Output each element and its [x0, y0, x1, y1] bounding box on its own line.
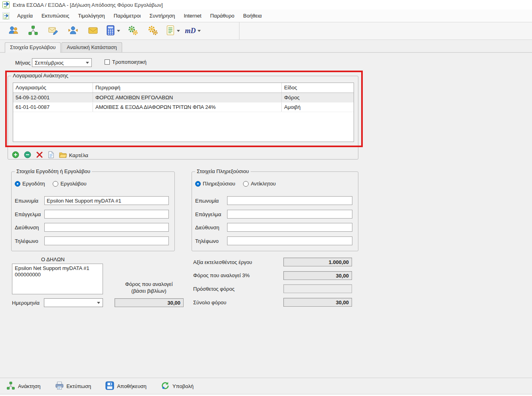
employer-radio[interactable]: Εργοδότη — [15, 181, 45, 187]
employer-phone-input[interactable] — [44, 236, 169, 245]
employer-name-input[interactable] — [44, 196, 169, 205]
settings-button[interactable] — [123, 24, 143, 39]
grid-row-2[interactable]: 61-01-01-0087 ΑΜΟΙΒΕΣ & ΕΞΟΔΑ ΔΙΑΦΟΡΩΝ Τ… — [13, 102, 354, 112]
books-tax-field: 30,00 — [115, 298, 184, 307]
document-button[interactable] — [48, 151, 54, 160]
tab-contractor-details[interactable]: Στοιχεία Εργολάβου — [5, 42, 61, 53]
column-header-account[interactable]: Λογαριασμός — [13, 83, 93, 93]
total-tax-field: 30,00 — [283, 298, 352, 307]
tab-strip: Στοιχεία Εργολάβου Αναλυτική Κατάσταση — [5, 42, 123, 53]
declarer-title: Ο ΔΗΛΩΝ — [41, 256, 65, 262]
total-tax-label: Σύνολο φόρου — [193, 299, 226, 305]
accounts-groupbox: Λογαριασμοί Ανάκτησης Λογαριασμός Περιγρ… — [8, 76, 358, 160]
delete-row-button[interactable] — [36, 151, 43, 160]
report-icon — [166, 25, 175, 37]
card-button-label: Καρτέλα — [69, 152, 88, 158]
employer-radio-row: Εργοδότη Εργολάβου — [15, 181, 87, 187]
date-select[interactable] — [44, 298, 103, 307]
amending-label: Τροποποιητική — [112, 59, 146, 65]
submit-button[interactable]: Υποβολή — [158, 380, 196, 392]
menu-item-files[interactable]: Αρχεία — [13, 10, 37, 22]
mydata-dropdown-icon[interactable] — [198, 30, 201, 32]
calculator-icon — [106, 25, 115, 37]
radio-selected-icon — [15, 181, 20, 187]
save-icon — [105, 381, 114, 391]
card-button[interactable]: Καρτέλα — [59, 152, 88, 160]
tab-analytical-statement[interactable]: Αναλυτική Κατάσταση — [61, 42, 122, 52]
main-toolbar: mD — [0, 22, 532, 40]
cell-kind: Φόρος — [282, 93, 354, 102]
submit-button-label: Υποβολή — [172, 383, 194, 389]
window-title: Extra ΕΣΟΔΑ / ΕΞΟΔΑ - [Δήλωση Απόδοσης Φ… — [13, 2, 163, 8]
mdi-child-icon — [2, 12, 10, 20]
print-button-label: Εκτύπωση — [67, 383, 91, 389]
envelope-icon — [88, 25, 98, 37]
menu-item-prints[interactable]: Εκτυπώσεις — [37, 10, 73, 22]
envelope-button[interactable] — [83, 24, 103, 39]
menu-item-parameters[interactable]: Παράμετροι — [109, 10, 145, 22]
agent-radio-label: Αντίκλητου — [251, 181, 275, 187]
mydata-logo: mD — [185, 27, 196, 35]
add-row-button[interactable] — [12, 151, 19, 160]
proxy-address-input[interactable] — [227, 223, 352, 232]
menu-item-help[interactable]: Βοήθεια — [239, 10, 266, 22]
calculator-dropdown-icon[interactable] — [117, 30, 120, 32]
month-select[interactable]: Σεπτέμβριος — [32, 58, 92, 67]
reports-button[interactable] — [163, 24, 183, 39]
proxy-name-input[interactable] — [227, 196, 352, 205]
proxy-address-label: Διεύθυνση — [195, 225, 220, 231]
contractor-radio[interactable]: Εργολάβου — [53, 181, 86, 187]
books-tax-label-line2: (βάσει βιβλίων) — [119, 288, 179, 294]
extra-tax-field — [283, 284, 352, 293]
transfer-user-button[interactable] — [63, 24, 83, 39]
accounts-toolbar: Καρτέλα — [12, 151, 88, 160]
menu-item-window[interactable]: Παράθυρο — [206, 10, 239, 22]
month-dropdown-icon — [86, 62, 89, 64]
customers-button[interactable] — [3, 24, 23, 39]
column-header-kind[interactable]: Είδος — [282, 83, 354, 93]
print-button[interactable]: Εκτύπωση — [53, 380, 94, 392]
proxy-radio-row: Πληρεξούσιου Αντίκλητου — [195, 181, 276, 187]
date-label: Ημερομηνία — [12, 300, 40, 306]
folder-open-icon — [59, 152, 67, 160]
save-button-label: Αποθήκευση — [117, 383, 146, 389]
menu-item-maintenance[interactable]: Συντήρηση — [145, 10, 180, 22]
column-header-description[interactable]: Περιγραφή — [93, 83, 282, 93]
declarer-memo[interactable]: Epsilon Net Support myDATA #1 000000000 — [12, 264, 103, 294]
menu-item-invoicing[interactable]: Τιμολόγηση — [73, 10, 109, 22]
retrieve-button[interactable]: Ανάκτηση — [4, 380, 43, 392]
status-bar: Ανάκτηση Εκτύπωση Αποθήκευση Υποβολή — [0, 378, 532, 394]
extra-tax-label: Πρόσθετος φόρος — [193, 286, 235, 292]
proxy-radio[interactable]: Πληρεξούσιου — [195, 181, 235, 187]
user-arrows-icon — [68, 25, 78, 37]
employer-address-input[interactable] — [44, 223, 169, 232]
proxy-groupbox: Στοιχεία Πληρεξούσιου Πληρεξούσιου Αντίκ… — [192, 171, 358, 251]
proxy-phone-input[interactable] — [227, 236, 352, 245]
calculator-button[interactable] — [103, 24, 123, 39]
title-bar: Extra ΕΣΟΔΑ / ΕΞΟΔΑ - [Δήλωση Απόδοσης Φ… — [0, 0, 532, 10]
tools-button[interactable] — [143, 24, 163, 39]
remove-row-button[interactable] — [24, 151, 31, 160]
app-window: Extra ΕΣΟΔΑ / ΕΞΟΔΑ - [Δήλωση Απόδοσης Φ… — [0, 0, 532, 396]
mail-pen-icon — [48, 25, 58, 37]
reports-dropdown-icon[interactable] — [177, 30, 180, 32]
mydata-button[interactable]: mD — [183, 24, 203, 39]
menu-item-internet[interactable]: Internet — [179, 10, 206, 22]
month-value: Σεπτέμβριος — [35, 60, 63, 66]
employer-radio-label: Εργοδότη — [22, 181, 45, 187]
save-button[interactable]: Αποθήκευση — [103, 380, 149, 392]
month-label: Μήνας — [15, 60, 30, 66]
proxy-profession-input[interactable] — [227, 210, 352, 219]
app-icon — [2, 1, 10, 8]
agent-radio[interactable]: Αντίκλητου — [243, 181, 275, 187]
grid-row-1[interactable]: 54-09-12-0001 ΦΟΡΟΣ ΑΜΟΙΒΩΝ ΕΡΓΟΛΑΒΩΝ Φό… — [13, 93, 354, 102]
proxy-name-label: Επωνυμία — [195, 198, 219, 204]
declarer-line2: 000000000 — [15, 272, 100, 278]
employer-profession-input[interactable] — [44, 210, 169, 219]
cell-kind: Αμοιβή — [282, 102, 354, 112]
send-mail-button[interactable] — [43, 24, 63, 39]
employer-profession-label: Επάγγελμα — [15, 211, 41, 217]
amending-checkbox[interactable]: Τροποποιητική — [105, 59, 146, 65]
retrieve-data-button[interactable] — [23, 24, 43, 39]
retrieve-button-label: Ανάκτηση — [18, 383, 41, 389]
